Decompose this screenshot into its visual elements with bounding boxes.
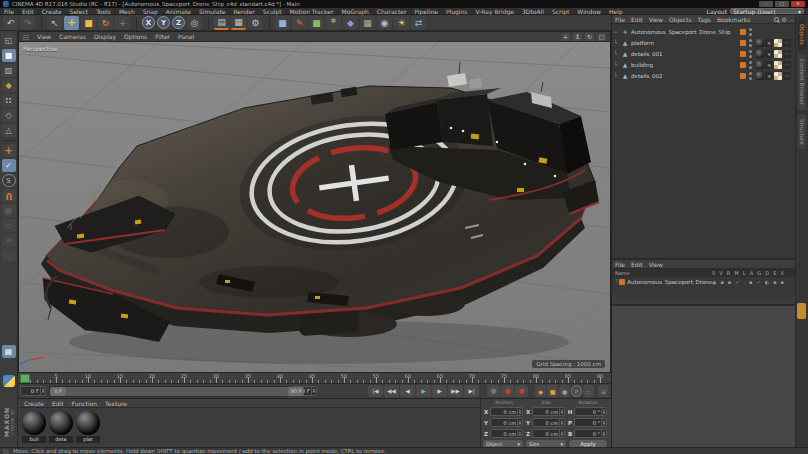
object-name[interactable]: Autonomous_Spaceport_Drone_Ship	[631, 29, 731, 35]
attributes-tab-handle[interactable]	[797, 303, 806, 319]
rotate-view-icon[interactable]: ↻	[585, 33, 594, 41]
visibility-dots[interactable]	[749, 28, 752, 36]
close-button[interactable]: ×	[791, 1, 805, 7]
layer-manager-menu-item[interactable]: File	[615, 261, 625, 268]
menu-item[interactable]: Edit	[22, 8, 34, 15]
key-scale-toggle[interactable]: ■	[547, 385, 558, 397]
lock-y-axis-button[interactable]: Y	[157, 16, 170, 29]
play-button[interactable]: ▶	[416, 385, 431, 397]
exchange-plugin-button[interactable]: ⇄	[411, 16, 426, 30]
object-manager-menu-item[interactable]: Tags	[698, 16, 711, 23]
material-tag-icon[interactable]	[756, 50, 764, 58]
make-editable-icon[interactable]: ◱	[2, 34, 16, 47]
add-deformer-button[interactable]: ◆	[343, 16, 358, 30]
points-mode-icon[interactable]: ::	[2, 94, 16, 107]
object-name[interactable]: platform	[631, 40, 654, 46]
visibility-dots[interactable]	[749, 39, 752, 47]
menu-item[interactable]: Mesh	[119, 8, 135, 15]
playback-rate-button[interactable]: ≡	[598, 385, 609, 397]
layer-name[interactable]: Autonomous_Spaceport_Drone_Ship	[627, 279, 713, 285]
spinner-icon[interactable]: ▲▼	[559, 430, 564, 437]
render-view-button[interactable]: ▤	[214, 16, 229, 30]
key-rotation-toggle[interactable]: ●	[559, 385, 570, 397]
layer-color-chip[interactable]	[740, 40, 746, 46]
size-z-field[interactable]: 0 cm▲▼	[532, 429, 565, 438]
workplane-snap-icon[interactable]: ▦	[2, 204, 16, 217]
redo-button[interactable]: ↷	[20, 16, 35, 30]
visibility-dots[interactable]	[749, 72, 752, 80]
material-preview-sphere[interactable]	[22, 411, 46, 435]
locked-workplane-icon[interactable]: ▱	[2, 219, 16, 232]
python-icon[interactable]	[3, 375, 15, 387]
spinner-icon[interactable]: ▲▼	[517, 408, 522, 415]
material-menu-item[interactable]: Texture	[105, 400, 127, 407]
phong-tag-icon[interactable]: ◠	[783, 39, 791, 47]
menu-item[interactable]: Simulate	[199, 8, 226, 15]
layer-toggles[interactable]: ◉▪▪✓·▪✓◐▪▪	[712, 279, 784, 285]
size-x-field[interactable]: 0 cm▲▼	[532, 407, 565, 416]
render-to-picture-viewer-button[interactable]: ▦	[231, 16, 246, 30]
object-manager-menu-item[interactable]: View	[649, 16, 663, 23]
object-name[interactable]: building	[631, 62, 653, 68]
tree-row[interactable]: └ ▲ platform × ◠	[612, 37, 796, 48]
object-name[interactable]: details_001	[631, 51, 663, 57]
layer-color-chip[interactable]	[740, 73, 746, 79]
move-tool-icon[interactable]: +	[64, 16, 79, 30]
snap-toggle-icon[interactable]: S	[2, 174, 16, 187]
material-menu-item[interactable]: Function	[72, 400, 98, 407]
menu-item[interactable]: Window	[577, 8, 601, 15]
workplane-grid-icon[interactable]: ▦	[2, 345, 16, 358]
search-icon[interactable]	[774, 17, 779, 22]
object-manager-menu-item[interactable]: Objects	[669, 16, 692, 23]
model-mode-icon[interactable]: ■	[2, 49, 16, 62]
add-mograph-button[interactable]: ■	[309, 16, 324, 30]
current-frame-field[interactable]: 0 F ▲▼	[20, 386, 46, 396]
viewport-menu-item[interactable]: Cameras	[59, 33, 86, 40]
previous-key-button[interactable]: ◀◀	[384, 385, 399, 397]
menu-item[interactable]: Render	[233, 8, 254, 15]
compositing-tag-icon[interactable]: ×	[765, 61, 773, 69]
timeline-ruler[interactable]: 51015202530354045505560657075808590	[18, 372, 611, 383]
texture-mode-icon[interactable]: ▨	[2, 64, 16, 77]
key-position-toggle[interactable]: ◆	[535, 385, 546, 397]
edges-mode-icon[interactable]: ◇	[2, 109, 16, 122]
position-y-field[interactable]: 0 cm▲▼	[490, 418, 523, 427]
lock-x-axis-button[interactable]: X	[142, 16, 155, 29]
menu-item[interactable]: Create	[42, 8, 62, 15]
gear-icon[interactable]: ⚙	[782, 16, 787, 23]
material-item[interactable]: buil	[22, 411, 46, 443]
record-keyframe-button[interactable]: ●	[501, 385, 514, 397]
compositing-tag-icon[interactable]: ×	[765, 50, 773, 58]
material-tag-icon[interactable]	[756, 61, 764, 69]
enable-axis-icon[interactable]: +	[2, 144, 16, 157]
menu-item[interactable]: Animate	[166, 8, 191, 15]
maximize-button[interactable]: □	[775, 1, 789, 7]
expand-icon[interactable]: −	[612, 28, 619, 35]
tab-structure[interactable]: Structure	[798, 114, 806, 150]
viewport-menu-item[interactable]: Display	[94, 33, 116, 40]
planar-workplane-icon[interactable]: ≡	[2, 234, 16, 247]
position-x-field[interactable]: 0 cm▲▼	[490, 407, 523, 416]
spinner-icon[interactable]: ▲▼	[601, 430, 606, 437]
toggle-view-icon[interactable]: □	[597, 33, 606, 41]
layer-color-chip[interactable]	[740, 29, 746, 35]
viewport-menu-item[interactable]: Panel	[178, 33, 194, 40]
menu-item[interactable]: Pipeline	[414, 8, 437, 15]
render-settings-button[interactable]: ⚙	[248, 16, 263, 30]
workplane-mode-icon[interactable]: ◆	[2, 79, 16, 92]
rotate-tool-icon[interactable]: ↻	[98, 16, 113, 30]
spinner-icon[interactable]: ▲▼	[559, 419, 564, 426]
keyframe-selection-button[interactable]: ●	[487, 385, 500, 397]
menu-item[interactable]: Script	[552, 8, 569, 15]
object-manager-menu-item[interactable]: File	[615, 16, 625, 23]
camera-workplane-icon[interactable]: ◌	[2, 249, 16, 262]
material-preview-sphere[interactable]	[49, 411, 73, 435]
menu-item[interactable]: File	[4, 8, 14, 15]
goto-start-button[interactable]: |◀	[368, 385, 383, 397]
next-frame-button[interactable]: ▶	[432, 385, 447, 397]
material-tag-icon[interactable]	[756, 72, 764, 80]
add-cube-button[interactable]: ■	[275, 16, 290, 30]
autokey-button[interactable]: ●	[515, 385, 528, 397]
key-parameter-toggle[interactable]: P	[571, 385, 582, 397]
size-y-field[interactable]: 0 cm▲▼	[532, 418, 565, 427]
